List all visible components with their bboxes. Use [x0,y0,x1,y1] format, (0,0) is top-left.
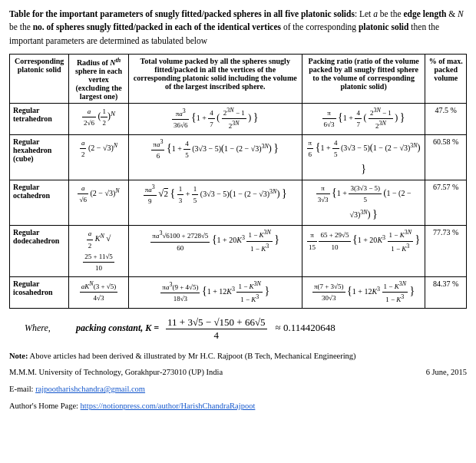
row-octahedron: Regular octahedron a √6 (2 − √3)N πa3 9 [10,180,467,226]
email-link[interactable]: rajpootharishchandra@gmail.com [35,385,145,393]
radius-hexahedron: a 2 (2 − √3)N [69,134,128,180]
homepage-link[interactable]: https://notionpress.com/author/HarishCha… [81,402,256,410]
percent-hexahedron: 60.58 % [425,134,467,180]
solid-dodecahedron: Regular dodecahedron [10,226,69,277]
pack-dodecahedron: π 15 65 + 29√5 10 {1 + 20K3 1 − K3N 1 − … [302,226,425,277]
note-line-4: Author's Home Page: https://notionpress.… [9,399,467,413]
note-block: Note: Above articles had been derived & … [9,349,467,413]
homepage-label: Author's Home Page: [9,402,78,410]
date: 6 June, 2015 [426,365,467,379]
tvol-dodecahedron: πa3√6100 + 2728√5 60 {1 + 20K3 1 − K3N 1… [128,226,302,277]
percent-tetrahedron: 47.5 % [425,104,467,135]
where-label: Where, [25,322,51,333]
note-line-1: Note: Above articles had been derived & … [9,349,467,363]
percent-icosahedron: 84.37 % [425,276,467,308]
tvol-hexahedron: πa3 6 {1 + 4 5 (3√3 − 5)(1 − (2 − √3)3N)… [128,134,302,180]
percent-octahedron: 67.57 % [425,180,467,226]
solid-tetrahedron: Regular tetrahedron [10,104,69,135]
row-icosahedron: Regular icosahedron aKN(3 + √5) 4√3 πa3(… [10,276,467,308]
header-radius: Radius of Nth sphere in each vertex (exc… [69,54,128,103]
percent-dodecahedron: 77.73 % [425,226,467,277]
header-packing: Packing ratio (ratio of the volume packe… [302,54,425,103]
title-block: Table for the important parameters of sn… [9,8,467,48]
row-tetrahedron: Regular tetrahedron a 2√6 (12)N πa3 36√6 [10,104,467,135]
pack-icosahedron: π(7 + 3√5) 30√3 {1 + 12K3 1 − K3N 1 − K3… [302,276,425,308]
radius-tetrahedron: a 2√6 (12)N [69,104,128,135]
pack-octahedron: π 3√3 {1 + 3(3√3 − 5) 5 (1 − (2 − √3)3N)… [302,180,425,226]
radius-octahedron: a √6 (2 − √3)N [69,180,128,226]
main-table: Corresponding platonic solid Radius of N… [9,54,467,309]
tvol-icosahedron: πa3(9 + 4√5) 18√3 {1 + 12K3 1 − K3N 1 − … [128,276,302,308]
tvol-tetrahedron: πa3 36√6 {1 + 4 7 ( 23N − 1 23N ) } [128,104,302,135]
radius-icosahedron: aKN(3 + √5) 4√3 [69,276,128,308]
note-label: Note: [9,352,28,360]
solid-hexahedron: Regular hexahedron (cube) [10,134,69,180]
header-total-vol: Total volume packed by all the spheres s… [128,54,302,103]
k-approx: ≈ 0.114420648 [276,322,336,333]
row-hexahedron: Regular hexahedron (cube) a 2 (2 − √3)N … [10,134,467,180]
pack-tetrahedron: π 6√3 {1 + 4 7 ( 23N − 1 23N ) } [302,104,425,135]
note-text: Above articles had been derived & illust… [30,352,356,360]
solid-icosahedron: Regular icosahedron [10,276,69,308]
university: M.M.M. University of Technology, Gorakhp… [9,365,223,379]
header-percent: % of max. packed volume [425,54,467,103]
email-label: E-mail: [9,385,34,393]
tvol-octahedron: πa3 9 √2 { 1 3 + 1 5 (3√3 − 5)(1 − (2 − … [128,180,302,226]
radius-dodecahedron: a 2 KN √25 + 11√510 [69,226,128,277]
where-block: Where, packing constant, K = 11 + 3√5 − … [9,316,467,342]
row-dodecahedron: Regular dodecahedron a 2 KN √25 + 11√510… [10,226,467,277]
header-solid: Corresponding platonic solid [10,54,69,103]
note-line-2: M.M.M. University of Technology, Gorakhp… [9,365,467,379]
solid-octahedron: Regular octahedron [10,180,69,226]
pack-hexahedron: π 6 {1 + 4 5 (3√3 − 5)(1 − (2 − √3)3N) } [302,134,425,180]
title-main: Table for the important parameters of sn… [9,9,355,18]
k-formula: 11 + 3√5 − √150 + 66√5 4 [166,316,266,342]
note-line-3: E-mail: rajpootharishchandra@gmail.com [9,382,467,396]
packing-label: packing constant, K = [76,322,159,333]
